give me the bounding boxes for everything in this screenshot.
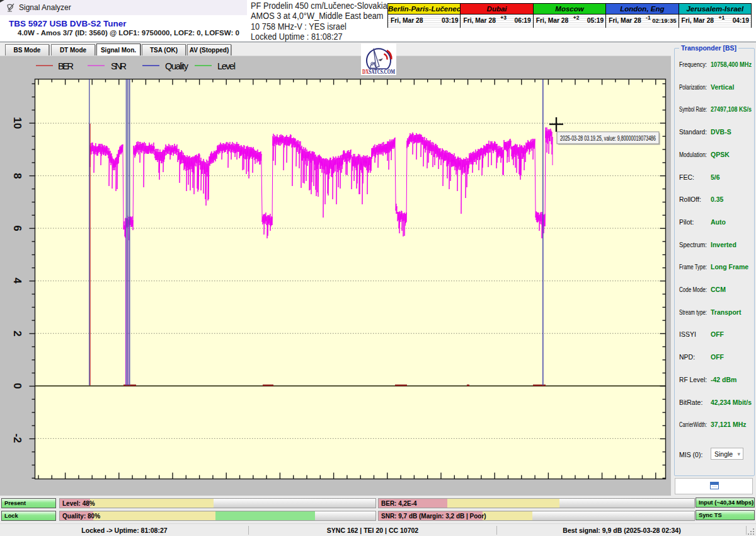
svg-text:6: 6 [11,225,23,231]
svg-text:8: 8 [11,173,23,178]
svg-text:BER: BER [58,61,74,71]
svg-text:2: 2 [11,330,23,336]
svg-text:SNR: SNR [111,61,127,71]
svg-text:0: 0 [11,383,23,388]
svg-text:2025-03-28 03.19.25, value: 9,: 2025-03-28 03.19.25, value: 9,8000001907… [560,134,656,142]
svg-text:DXSATCS.COM: DXSATCS.COM [362,68,395,75]
svg-text:4: 4 [11,277,23,284]
svg-text:10: 10 [11,117,23,129]
svg-text:-2: -2 [11,433,23,443]
svg-text:Level: Level [217,61,236,71]
svg-text:Quality: Quality [165,61,189,71]
